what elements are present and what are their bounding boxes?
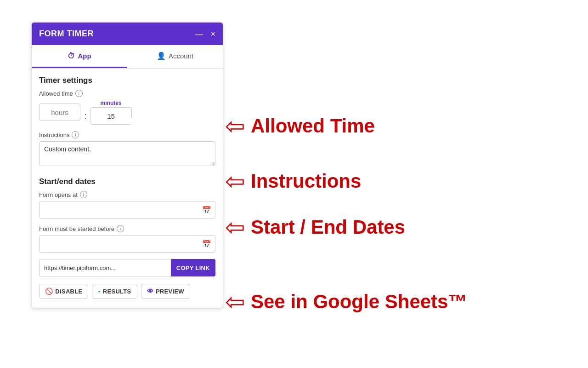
arrow-instructions: ⇦ <box>225 169 245 193</box>
timer-settings-title: Timer settings <box>39 76 215 85</box>
hours-input-wrap <box>39 104 80 121</box>
header-controls: — × <box>195 30 215 38</box>
panel-title: FORM TIMER <box>39 29 94 39</box>
panel-header: FORM TIMER — × <box>32 23 223 45</box>
arrow-google-sheets: ⇦ <box>225 290 245 314</box>
hours-input[interactable] <box>39 104 80 121</box>
instructions-textarea[interactable]: Custom content. <box>39 141 215 166</box>
minutes-input[interactable] <box>90 107 132 125</box>
instructions-info-icon[interactable]: i <box>72 131 79 138</box>
tab-account[interactable]: 👤 Account <box>127 45 223 68</box>
annotation-start-end-dates-text: Start / End Dates <box>251 216 405 238</box>
copy-link-button[interactable]: COPY LINK <box>171 259 215 276</box>
opens-at-calendar-button[interactable]: 📅 <box>198 201 215 218</box>
results-label: RESULTS <box>103 288 131 295</box>
allowed-time-info-icon[interactable]: i <box>75 90 83 97</box>
annotation-google-sheets-text: See in Google Sheets™ <box>251 291 467 313</box>
results-icon: ▪ <box>98 288 100 295</box>
form-timer-panel: FORM TIMER — × ⏱ App 👤 Account Timer set… <box>31 22 223 308</box>
time-row: : minutes <box>39 100 215 125</box>
opens-at-wrap: 📅 <box>39 201 215 218</box>
must-start-before-input[interactable] <box>39 235 215 253</box>
must-start-before-label: Form must be started before i <box>39 225 215 232</box>
disable-button[interactable]: 🚫 DISABLE <box>39 284 88 299</box>
minutes-label: minutes <box>101 100 122 106</box>
opens-at-input[interactable] <box>39 201 215 218</box>
arrow-start-end-dates: ⇦ <box>225 215 245 239</box>
panel-content: Timer settings Allowed time i : minutes <box>32 69 223 308</box>
preview-label: PREVIEW <box>156 288 184 295</box>
annotation-start-end-dates: ⇦ Start / End Dates <box>225 215 405 239</box>
disable-icon: 🚫 <box>45 288 53 295</box>
must-start-before-calendar-button[interactable]: 📅 <box>198 235 215 253</box>
opens-at-label: Form opens at i <box>39 191 215 198</box>
annotation-allowed-time: ⇦ Allowed Time <box>225 114 375 138</box>
link-input[interactable] <box>39 259 171 276</box>
annotation-allowed-time-text: Allowed Time <box>251 115 375 137</box>
results-button[interactable]: ▪ RESULTS <box>92 284 137 299</box>
tab-account-label: Account <box>169 52 193 60</box>
annotation-instructions: ⇦ Instructions <box>225 169 361 193</box>
minutes-input-wrap: minutes <box>90 100 132 125</box>
link-row: COPY LINK <box>39 259 215 276</box>
start-end-title: Start/end dates <box>39 177 215 186</box>
disable-label: DISABLE <box>55 288 82 295</box>
opens-at-info-icon[interactable]: i <box>80 191 87 198</box>
account-icon: 👤 <box>157 52 166 60</box>
must-start-before-info-icon[interactable]: i <box>117 225 124 232</box>
instructions-label: Instructions i <box>39 131 215 138</box>
allowed-time-label: Allowed time i <box>39 90 215 97</box>
arrow-allowed-time: ⇦ <box>225 114 245 138</box>
tab-app-label: App <box>78 52 91 60</box>
preview-button[interactable]: 👁 PREVIEW <box>141 284 190 299</box>
toggle-thumb <box>130 117 138 125</box>
tab-app[interactable]: ⏱ App <box>32 45 127 68</box>
annotation-instructions-text: Instructions <box>251 170 361 192</box>
preview-icon: 👁 <box>147 288 153 295</box>
must-start-before-wrap: 📅 <box>39 235 215 253</box>
minimize-button[interactable]: — <box>195 30 203 38</box>
time-colon: : <box>84 111 87 121</box>
bottom-buttons: 🚫 DISABLE ▪ RESULTS 👁 PREVIEW <box>39 282 215 302</box>
app-icon: ⏱ <box>68 52 75 60</box>
annotation-google-sheets: ⇦ See in Google Sheets™ <box>225 290 467 314</box>
tabs: ⏱ App 👤 Account <box>32 45 223 69</box>
close-button[interactable]: × <box>210 30 215 38</box>
